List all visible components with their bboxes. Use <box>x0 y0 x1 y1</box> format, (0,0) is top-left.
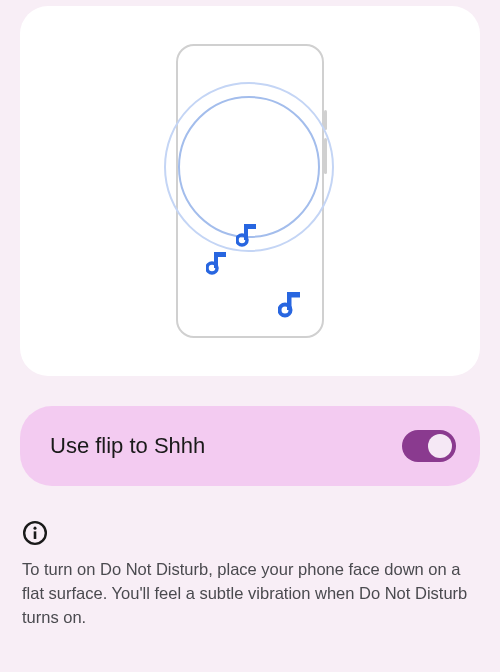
illustration-card <box>20 6 480 376</box>
phone-illustration <box>176 44 324 338</box>
info-icon <box>22 520 478 546</box>
info-description: To turn on Do Not Disturb, place your ph… <box>22 558 478 630</box>
flip-to-shhh-toggle-row[interactable]: Use flip to Shhh <box>20 406 480 486</box>
music-note-icon <box>236 222 258 248</box>
svg-point-10 <box>33 527 36 530</box>
svg-point-5 <box>207 263 217 273</box>
toggle-label: Use flip to Shhh <box>50 433 205 459</box>
svg-point-2 <box>237 235 247 245</box>
toggle-thumb <box>428 434 452 458</box>
music-note-icon <box>278 290 302 318</box>
svg-point-8 <box>280 305 291 316</box>
info-section: To turn on Do Not Disturb, place your ph… <box>22 520 478 630</box>
music-note-icon <box>206 250 228 276</box>
svg-rect-11 <box>34 531 37 539</box>
toggle-switch[interactable] <box>402 430 456 462</box>
sound-ring-icon <box>178 96 320 238</box>
